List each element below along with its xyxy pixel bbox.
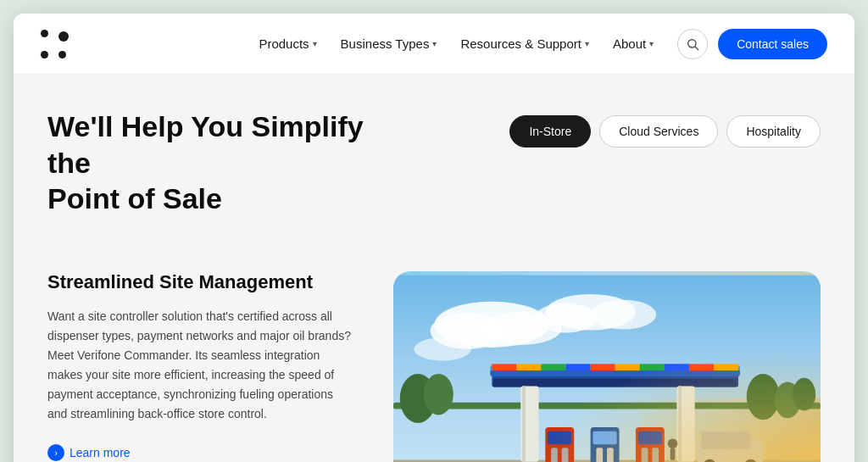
navigation: Products ▾ Business Types ▾ Resources & … <box>14 14 854 75</box>
search-icon <box>686 37 699 51</box>
logo[interactable] <box>41 30 71 58</box>
svg-rect-57 <box>393 275 821 462</box>
nav-business-types[interactable]: Business Types ▾ <box>331 30 448 58</box>
chevron-down-icon: ▾ <box>585 39 589 48</box>
tab-in-store[interactable]: In-Store <box>509 115 591 148</box>
image-section <box>393 271 821 463</box>
logo-icon <box>41 30 71 58</box>
page-headline: We'll Help You Simplify the Point of Sal… <box>47 109 370 217</box>
tab-hospitality[interactable]: Hospitality <box>726 115 821 148</box>
browser-window: Products ▾ Business Types ▾ Resources & … <box>14 14 854 462</box>
section-body: Want a site controller solution that's c… <box>47 307 353 425</box>
gas-station-scene-svg <box>393 271 821 463</box>
main-content: We'll Help You Simplify the Point of Sal… <box>14 75 854 462</box>
tab-group: In-Store Cloud Services Hospitality <box>509 109 821 148</box>
tab-cloud-services[interactable]: Cloud Services <box>599 115 718 148</box>
search-button[interactable] <box>677 29 708 59</box>
header-with-tabs: We'll Help You Simplify the Point of Sal… <box>47 109 821 244</box>
nav-products[interactable]: Products ▾ <box>248 30 326 58</box>
gas-station-image <box>393 271 821 463</box>
chevron-down-icon: ▾ <box>313 39 317 48</box>
content-area: Streamlined Site Management Want a site … <box>47 271 821 463</box>
chevron-down-icon: ▾ <box>432 39 437 48</box>
svg-line-1 <box>695 47 698 50</box>
chevron-down-icon: ▾ <box>649 39 654 48</box>
nav-about[interactable]: About ▾ <box>603 30 664 58</box>
contact-sales-button[interactable]: Contact sales <box>718 29 827 59</box>
section-title: Streamlined Site Management <box>47 271 353 293</box>
nav-resources[interactable]: Resources & Support ▾ <box>450 30 599 58</box>
arrow-right-icon: › <box>47 444 64 461</box>
learn-more-link[interactable]: › Learn more <box>47 444 353 461</box>
nav-links: Products ▾ Business Types ▾ Resources & … <box>248 30 664 58</box>
text-section: Streamlined Site Management Want a site … <box>47 271 353 462</box>
